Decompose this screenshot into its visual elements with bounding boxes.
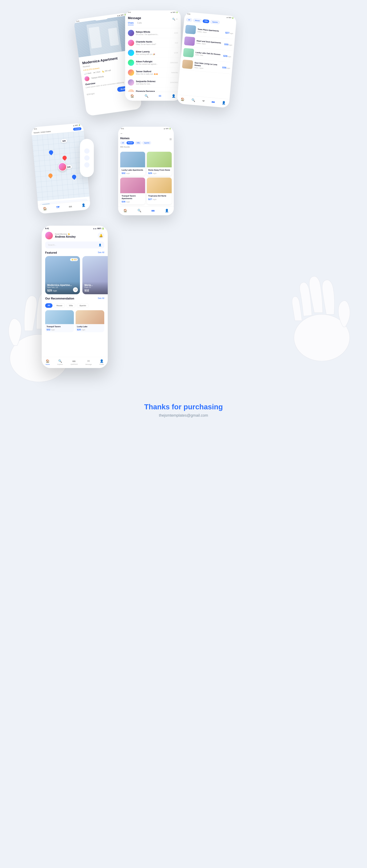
rec-card-1[interactable]: Tranquil Tavern $32 /night	[45, 310, 74, 332]
nav-home-3[interactable]: 🏠	[43, 207, 47, 211]
list-item[interactable]: Chantelle Hanlin Okay. Do we have a deal…	[125, 38, 181, 48]
featured-card-1[interactable]: ⭐ 4.8 Modernica Apartme... New York, US …	[45, 256, 80, 294]
search-filter-tabs[interactable]: All House Villa Apartm	[120, 141, 172, 145]
nav-profile-4[interactable]: 👤	[165, 209, 169, 213]
tab-chats[interactable]: Chats	[128, 22, 134, 25]
main-search-bar[interactable]: Search... 👤	[45, 242, 104, 248]
rec-card-image-1	[45, 310, 74, 324]
list-item[interactable]: Elmer Laverty Nice working with you 🎉 12…	[125, 48, 181, 58]
phone-search-results: 9:41 ▲ WiFi 🔋 ← Homes ⊞ All House Villa …	[118, 127, 174, 215]
search-bottom-nav: 🏠 🔍 🏘 👤	[118, 207, 174, 215]
search-result-card[interactable]: Lucky Lake Apartments $32 /night	[120, 152, 145, 176]
nav-label-explore: Explore	[58, 364, 63, 365]
search-result-card[interactable]: Home Away From Home $29 /night	[147, 152, 172, 176]
list-item[interactable]: Tanner Stafford Wow, this is really epic…	[125, 68, 181, 78]
sf-all[interactable]: All	[120, 141, 125, 145]
nav-profile-2[interactable]: 👤	[222, 101, 226, 105]
rec-card-name-2: Lucky Lake	[77, 326, 103, 328]
featured-see-all[interactable]: See All	[98, 251, 104, 254]
notification-button[interactable]: 🔔	[98, 232, 104, 239]
list-item[interactable]: Nataya Wiloda Of course. The apartment i…	[125, 28, 181, 38]
section-phones-top: 9:41 ▲▲ WiFi 🔋 Modernica Apartment Revie…	[0, 10, 367, 107]
nav-home[interactable]: 🏠	[130, 94, 134, 98]
rec-card-2[interactable]: Lucky Lake $28 /night	[76, 310, 104, 332]
message-tabs[interactable]: Chats Calls	[128, 22, 178, 25]
price-badge-1: $29	[61, 139, 67, 143]
nav-home-4[interactable]: 🏠	[123, 209, 127, 213]
sender-name: Chantelle Hanlin	[136, 41, 173, 43]
featured-card-loc-1: New York, US	[47, 286, 78, 288]
featured-cards-scroll[interactable]: ⭐ 4.8 Modernica Apartme... New York, US …	[42, 256, 108, 297]
remote-btn-2	[84, 155, 89, 161]
nav-home-2[interactable]: 🏠	[180, 97, 185, 101]
stat-sqft: 📐 380 sqft	[102, 69, 111, 72]
sf-villa[interactable]: Villa	[135, 141, 141, 145]
filter-house[interactable]: House	[193, 19, 202, 23]
rec-card-price-1: $32 /night	[47, 328, 73, 331]
message-time: 12:28	[174, 52, 178, 54]
rec-filter-villa[interactable]: Villa	[66, 303, 76, 308]
message-time: Yesterday	[171, 72, 178, 73]
sf-house[interactable]: House	[126, 141, 134, 145]
nav-apt-3[interactable]: 🏘	[69, 204, 72, 208]
map-pin-1[interactable]	[48, 150, 54, 155]
filter-villa[interactable]: Villa	[203, 19, 209, 23]
recommendation-filters[interactable]: All House Villa Apartm	[45, 303, 104, 308]
avatar	[128, 79, 134, 86]
sender-name: Nataya Wiloda	[136, 31, 172, 33]
result-info: Tranquil Tavern Apartments $36 /night	[120, 193, 145, 204]
search-result-card[interactable]: Tropicana Del Norte $27 /night	[147, 178, 172, 204]
listing-info: Heart and Soul Apartments Dallas, Japan	[196, 39, 223, 46]
filter-icon[interactable]: ⊞	[169, 137, 172, 141]
nav-main-apt[interactable]: 🏘 Apartment	[70, 359, 78, 365]
nav-map[interactable]: 🗺	[56, 206, 60, 210]
change-btn[interactable]: Change	[73, 127, 82, 131]
recommendation-see-all[interactable]: See All	[98, 297, 104, 300]
signal-5: ▲ WiFi 🔋	[164, 128, 171, 129]
rec-filter-all[interactable]: All	[45, 303, 53, 308]
nav-browse[interactable]: 🏘	[151, 209, 154, 213]
nav-explore[interactable]: 🔍	[145, 94, 148, 98]
nav-main-profile[interactable]: 👤 Profile	[100, 359, 104, 365]
listing-thumbnail	[185, 25, 196, 34]
rec-filter-apart[interactable]: Apartm	[77, 303, 89, 308]
signal-icons-2: ▲ WiFi 🔋	[170, 11, 178, 13]
message-list: Nataya Wiloda Of course. The apartment i…	[125, 28, 181, 101]
list-item[interactable]: Aileen Fullbright We the content we agre…	[125, 58, 181, 68]
heart-button-1[interactable]: 🤍	[73, 287, 78, 292]
back-button[interactable]: ←	[120, 132, 172, 135]
map-pin-2[interactable]	[62, 155, 67, 161]
nav-explore-2[interactable]: 🔍	[191, 98, 196, 102]
featured-label: Featured	[45, 251, 57, 254]
section-hand-phone: 9:41 ▲▲ WiFi 🔋 Good Morning 👋 Andrew Ain…	[0, 222, 367, 392]
map-pin-3[interactable]	[48, 173, 53, 179]
message-preview: Of course. The apartment is...	[136, 33, 172, 35]
sender-name: Sanjuanita Ordonez	[136, 80, 168, 83]
nav-search-2[interactable]: 🏘	[211, 100, 215, 104]
nav-main-msg[interactable]: ✉ Message	[85, 359, 92, 365]
message-preview: Nice working with you 🎉	[136, 53, 172, 55]
tab-calls[interactable]: Calls	[137, 22, 142, 25]
nav-explore-4[interactable]: 🔍	[137, 209, 141, 213]
nav-message[interactable]: ✉	[159, 94, 161, 98]
map-pin-4[interactable]	[71, 174, 77, 180]
time-display-3: 9:41	[187, 13, 191, 15]
filter-all[interactable]: All	[186, 18, 192, 22]
nav-profile[interactable]: 👤	[172, 94, 175, 98]
nav-main-home[interactable]: 🏠 Home	[46, 359, 50, 365]
nav-favorites-2[interactable]: ❤	[202, 99, 205, 103]
listing-thumbnail	[183, 48, 194, 58]
nav-profile-3[interactable]: 👤	[82, 203, 86, 208]
time-display-5: 9:41	[121, 128, 124, 129]
sf-apart[interactable]: Apartm	[142, 141, 151, 145]
result-price: $27 /night	[148, 198, 170, 200]
result-name: Tranquil Tavern Apartments	[122, 195, 144, 199]
search-icon: 👤	[98, 244, 102, 246]
list-item[interactable]: Sanjuanita Ordonez Just ideas for now...…	[125, 78, 181, 88]
nav-main-explore[interactable]: 🔍 Explore	[58, 359, 63, 365]
featured-card-2[interactable]: Meria... Paris, Fr $32	[82, 256, 108, 294]
search-result-card[interactable]: Tranquil Tavern Apartments $36 /night	[120, 178, 145, 204]
rec-filter-house[interactable]: House	[54, 303, 65, 308]
filter-apart[interactable]: Apartm	[210, 20, 220, 24]
result-name: Lucky Lake Apartments	[122, 169, 144, 171]
